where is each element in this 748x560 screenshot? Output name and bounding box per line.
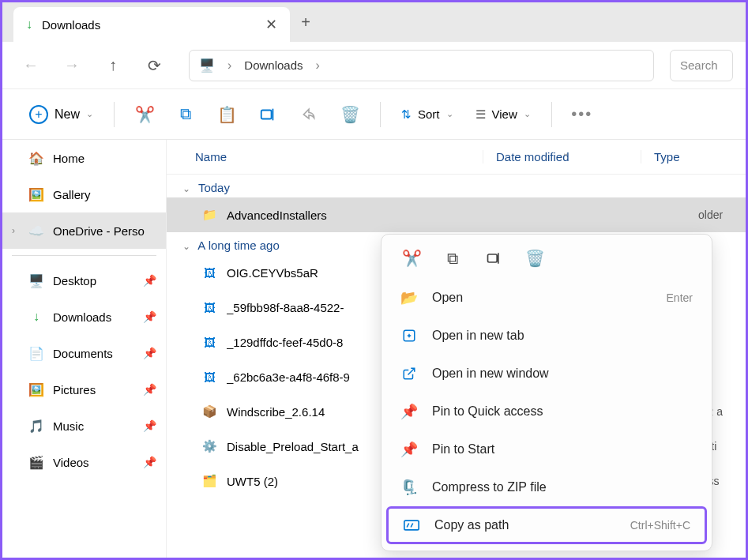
search-placeholder: Search	[680, 58, 718, 72]
pin-icon: 📌	[143, 456, 156, 468]
menu-label: Open in new tab	[432, 329, 693, 343]
pictures-icon: 🖼️	[28, 381, 45, 398]
zip-file-icon: 🗂️	[201, 473, 217, 489]
desktop-icon: 🖥️	[28, 272, 45, 289]
more-button[interactable]: •••	[565, 97, 600, 132]
svg-rect-1	[488, 254, 498, 262]
shortcut: Ctrl+Shift+C	[630, 519, 690, 532]
column-type[interactable]: Type	[641, 150, 680, 163]
shortcut: Enter	[667, 291, 693, 304]
new-button[interactable]: + New ⌄	[21, 100, 101, 129]
sidebar-item-label: Home	[53, 152, 85, 165]
this-pc-icon: 🖥️	[199, 58, 215, 73]
file-row[interactable]: 📁 AdvancedInstallers older	[167, 197, 746, 232]
sidebar-item-videos[interactable]: 🎬 Videos 📌	[2, 444, 166, 480]
crumb-downloads[interactable]: Downloads	[244, 58, 303, 72]
delete-icon[interactable]: 🗑️	[333, 97, 367, 132]
up-button[interactable]: ↑	[97, 50, 129, 81]
context-menu-new-window[interactable]: Open in new window	[386, 355, 707, 393]
column-name[interactable]: Name	[167, 150, 483, 163]
sidebar-item-documents[interactable]: 📄 Documents 📌	[2, 335, 166, 371]
archive-file-icon: 📦	[201, 404, 217, 419]
documents-icon: 📄	[28, 344, 45, 362]
chevron-down-icon: ⌄	[446, 109, 453, 119]
breadcrumb[interactable]: 🖥️ › Downloads ›	[189, 50, 654, 81]
back-button[interactable]: ←	[15, 50, 47, 81]
list-icon: ☰	[475, 107, 486, 122]
context-menu-toolbar: ✂️ ⧉ 🗑️	[386, 241, 707, 279]
menu-label: Open in new window	[432, 366, 693, 381]
forward-button[interactable]: →	[56, 50, 88, 81]
chevron-down-icon: ⌄	[562, 148, 569, 157]
plus-circle-icon: +	[29, 105, 48, 124]
menu-label: Compress to ZIP file	[432, 480, 693, 494]
external-link-icon	[400, 365, 418, 382]
sort-icon: ⇅	[401, 107, 412, 122]
new-tab-icon	[400, 327, 418, 344]
group-today[interactable]: ⌄ Today	[167, 175, 746, 197]
cloud-icon: ☁️	[28, 222, 45, 239]
close-tab-icon[interactable]: ✕	[265, 16, 277, 33]
sidebar-item-label: Music	[53, 419, 84, 433]
cut-icon[interactable]: ✂️	[127, 97, 162, 132]
sidebar-item-downloads[interactable]: ↓ Downloads 📌	[2, 299, 166, 335]
pin-icon: 📌	[143, 310, 156, 323]
svg-rect-0	[261, 110, 272, 118]
rename-icon[interactable]	[483, 247, 505, 269]
tab-downloads[interactable]: ↓ Downloads ✕	[13, 7, 290, 42]
menu-label: Pin to Quick access	[432, 404, 693, 419]
paste-icon[interactable]: 📋	[209, 97, 244, 132]
share-icon[interactable]	[291, 97, 326, 132]
sidebar-item-pictures[interactable]: 🖼️ Pictures 📌	[2, 371, 166, 408]
pin-icon: 📌	[143, 347, 156, 359]
pin-icon: 📌	[400, 403, 418, 420]
sidebar-item-label: Documents	[53, 347, 113, 360]
sidebar-item-home[interactable]: 🏠 Home	[2, 140, 166, 176]
view-button[interactable]: ☰ View ⌄	[468, 103, 539, 126]
chevron-right-icon: ›	[12, 225, 20, 236]
sidebar-item-label: Videos	[53, 456, 89, 469]
search-input[interactable]: Search	[670, 50, 733, 81]
sidebar-item-onedrive[interactable]: › ☁️ OneDrive - Perso	[2, 212, 166, 249]
group-label: Today	[198, 181, 230, 194]
refresh-button[interactable]: ⟳	[138, 50, 170, 81]
chevron-right-icon[interactable]: ›	[316, 58, 320, 73]
copy-icon[interactable]: ⧉	[442, 247, 464, 269]
cut-icon[interactable]: ✂️	[400, 247, 423, 269]
gallery-icon: 🖼️	[28, 186, 45, 203]
action-toolbar: + New ⌄ ✂️ ⧉ 📋 🗑️ ⇅ Sort ⌄ ☰ View ⌄ •••	[2, 89, 746, 140]
new-tab-button[interactable]: +	[290, 13, 321, 32]
tab-title: Downloads	[42, 18, 256, 32]
image-file-icon: 🖼	[201, 334, 217, 350]
nav-toolbar: ← → ↑ ⟳ 🖥️ › Downloads › Search	[2, 42, 746, 89]
separator	[380, 102, 381, 127]
context-menu-new-tab[interactable]: Open in new tab	[386, 317, 707, 355]
videos-icon: 🎬	[28, 453, 45, 471]
download-arrow-icon: ↓	[26, 17, 32, 32]
context-menu: ✂️ ⧉ 🗑️ 📂 Open Enter Open in new tab Ope…	[381, 234, 712, 551]
sort-button[interactable]: ⇅ Sort ⌄	[393, 103, 461, 126]
folder-open-icon: 📂	[400, 289, 418, 306]
context-menu-copy-path[interactable]: Copy as path Ctrl+Shift+C	[386, 506, 707, 544]
rename-icon[interactable]	[250, 97, 285, 132]
context-menu-compress[interactable]: 🗜️ Compress to ZIP file	[386, 468, 707, 506]
chevron-right-icon[interactable]: ›	[227, 58, 231, 73]
menu-label: Open	[432, 291, 652, 305]
pin-icon: 📌	[400, 441, 418, 458]
column-date[interactable]: ⌄ Date modified	[483, 150, 641, 163]
file-name: AdvancedInstallers	[227, 209, 689, 222]
sidebar-item-music[interactable]: 🎵 Music 📌	[2, 408, 166, 444]
script-file-icon: ⚙️	[201, 438, 217, 454]
context-menu-open[interactable]: 📂 Open Enter	[386, 279, 707, 317]
view-label: View	[492, 107, 517, 121]
context-menu-pin-quick[interactable]: 📌 Pin to Quick access	[386, 393, 707, 430]
context-menu-pin-start[interactable]: 📌 Pin to Start	[386, 430, 707, 468]
sidebar-item-gallery[interactable]: 🖼️ Gallery	[2, 176, 166, 212]
copy-icon[interactable]: ⧉	[168, 97, 203, 132]
sidebar-item-desktop[interactable]: 🖥️ Desktop 📌	[2, 262, 166, 299]
pin-icon: 📌	[143, 274, 156, 287]
music-icon: 🎵	[28, 417, 45, 434]
delete-icon[interactable]: 🗑️	[524, 247, 546, 269]
sidebar-item-label: Desktop	[53, 274, 96, 288]
file-type: older	[698, 209, 746, 221]
